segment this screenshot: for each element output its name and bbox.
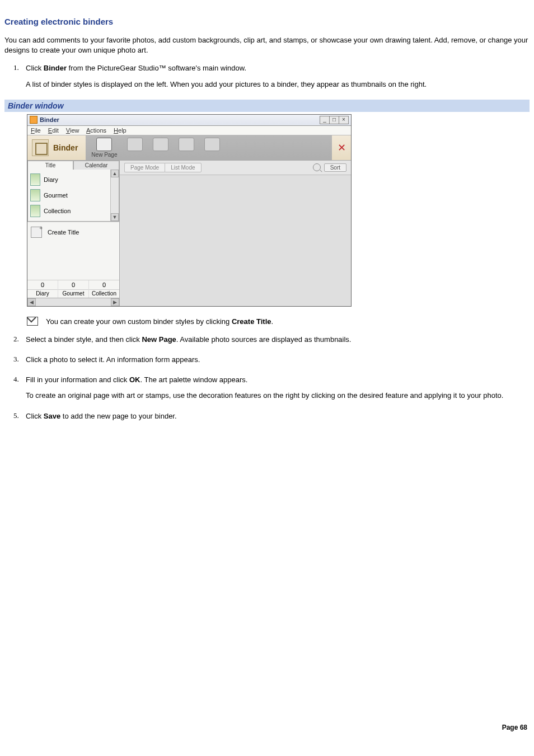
window-titlebar: Binder _ □ × bbox=[27, 115, 351, 126]
horizontal-scrollbar[interactable]: ◀ ▶ bbox=[27, 298, 119, 306]
style-label: Collection bbox=[44, 208, 71, 214]
list-mode-button[interactable]: List Mode bbox=[165, 163, 201, 172]
binder-window-screenshot: Binder _ □ × FFileile Edit View Actions … bbox=[27, 114, 352, 307]
style-diary[interactable]: Diary bbox=[29, 172, 118, 187]
style-label: Diary bbox=[44, 176, 58, 183]
step-text: Click Save to add the new page to your b… bbox=[26, 411, 530, 421]
tab-calendar[interactable]: Calendar bbox=[73, 161, 119, 170]
create-title-label: Create Title bbox=[48, 229, 79, 236]
counter-diary: 0 Diary bbox=[27, 280, 58, 298]
binder-swatch-icon bbox=[30, 173, 40, 186]
tool-icon bbox=[127, 138, 143, 151]
create-title-icon bbox=[31, 227, 42, 238]
style-gourmet[interactable]: Gourmet bbox=[29, 187, 118, 203]
step-text: Fill in your information and click OK. T… bbox=[26, 375, 530, 385]
new-page-button[interactable]: New Page bbox=[91, 138, 117, 158]
tool-icon bbox=[153, 138, 168, 151]
binder-style-list: Diary Gourmet Collection ▲ ▼ bbox=[27, 170, 119, 222]
minimize-button[interactable]: _ bbox=[320, 116, 330, 124]
step-5: 5. Click Save to add the new page to you… bbox=[4, 411, 530, 421]
tool-icon bbox=[179, 138, 194, 151]
menubar: FFileile Edit View Actions Help bbox=[27, 126, 351, 135]
scroll-left-icon[interactable]: ◀ bbox=[27, 298, 36, 306]
app-icon bbox=[30, 116, 38, 124]
counter-collection: 0 Collection bbox=[89, 280, 119, 298]
menu-file[interactable]: FFileile bbox=[31, 127, 41, 134]
counter-gourmet: 0 Gourmet bbox=[58, 280, 89, 298]
style-collection[interactable]: Collection bbox=[29, 203, 118, 219]
zoom-icon[interactable] bbox=[313, 163, 321, 171]
intro-paragraph: You can add comments to your favorite ph… bbox=[4, 35, 530, 55]
menu-view[interactable]: View bbox=[66, 127, 79, 134]
toolbar-button-4[interactable] bbox=[179, 138, 194, 158]
page-mode-button[interactable]: Page Mode bbox=[124, 163, 165, 172]
counters: 0 Diary 0 Gourmet 0 Collection bbox=[27, 280, 119, 298]
scroll-up-icon[interactable]: ▲ bbox=[111, 170, 119, 177]
scroll-right-icon[interactable]: ▶ bbox=[111, 298, 119, 306]
note: You can create your own custom binder st… bbox=[27, 317, 530, 327]
create-title-button[interactable]: Create Title bbox=[27, 222, 119, 242]
binder-swatch-icon bbox=[30, 205, 40, 217]
step-text: Click a photo to select it. An informati… bbox=[26, 355, 530, 365]
sort-button[interactable]: Sort bbox=[324, 163, 346, 172]
brand-label: Binder bbox=[53, 143, 78, 152]
window-title: Binder bbox=[40, 116, 59, 123]
new-page-icon bbox=[96, 138, 112, 151]
tool-icon bbox=[204, 138, 220, 151]
menu-edit[interactable]: Edit bbox=[48, 127, 59, 134]
step-1: 1. Click Binder from the PictureGear Stu… bbox=[4, 63, 530, 89]
toolbar: Binder New Page ✕ bbox=[27, 135, 351, 161]
step-number: 3. bbox=[13, 355, 19, 364]
page-title: Creating electronic binders bbox=[4, 17, 530, 26]
step-2: 2. Select a binder style, and then click… bbox=[4, 335, 530, 345]
pencil-note-icon bbox=[27, 317, 40, 327]
binder-icon bbox=[32, 139, 49, 156]
toolbar-button-2[interactable] bbox=[127, 138, 143, 158]
step-text: Select a binder style, and then click Ne… bbox=[26, 335, 530, 345]
step-4: 4. Fill in your information and click OK… bbox=[4, 375, 530, 401]
sidebar: Title Calendar Diary Gourmet Collection … bbox=[27, 161, 120, 306]
page-footer: Page 68 bbox=[4, 724, 530, 731]
step-number: 2. bbox=[13, 335, 19, 344]
content-area bbox=[120, 175, 351, 306]
menu-help[interactable]: Help bbox=[114, 127, 127, 134]
maximize-button[interactable]: □ bbox=[329, 116, 339, 124]
step-extra: To create an original page with art or s… bbox=[26, 391, 530, 401]
step-number: 4. bbox=[13, 375, 19, 384]
step-text: Click Binder from the PictureGear Studio… bbox=[26, 63, 530, 73]
step-3: 3. Click a photo to select it. An inform… bbox=[4, 355, 530, 365]
binder-swatch-icon bbox=[30, 189, 40, 201]
step-number: 1. bbox=[13, 63, 19, 72]
menu-actions[interactable]: Actions bbox=[86, 127, 106, 134]
scroll-down-icon[interactable]: ▼ bbox=[111, 213, 119, 221]
step-number: 5. bbox=[13, 411, 19, 420]
toolbar-button-5[interactable] bbox=[204, 138, 220, 158]
preferences-button[interactable]: ✕ bbox=[332, 135, 351, 160]
style-label: Gourmet bbox=[44, 192, 68, 199]
screenshot-caption: Binder window bbox=[4, 100, 530, 112]
tab-title[interactable]: Title bbox=[27, 161, 73, 170]
note-text: You can create your own custom binder st… bbox=[46, 317, 273, 326]
step-extra: A list of binder styles is displayed on … bbox=[26, 79, 530, 90]
toolbar-button-3[interactable] bbox=[153, 138, 168, 158]
vertical-scrollbar[interactable]: ▲ ▼ bbox=[110, 170, 119, 221]
main-pane: Page Mode List Mode Sort bbox=[120, 161, 351, 306]
close-button[interactable]: × bbox=[339, 116, 349, 124]
